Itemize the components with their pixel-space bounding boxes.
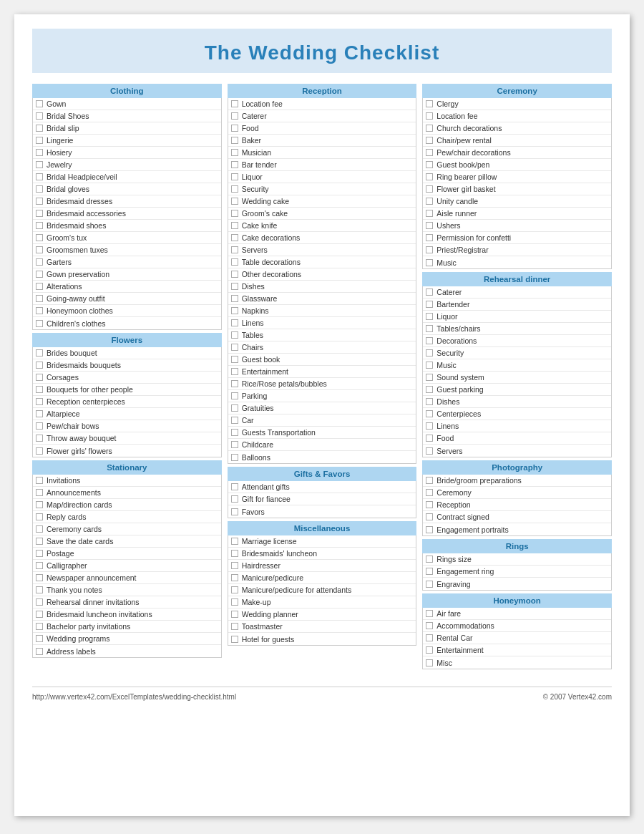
checkbox-icon[interactable] [231, 246, 238, 253]
checkbox-icon[interactable] [36, 598, 43, 606]
checkbox-icon[interactable] [231, 441, 238, 448]
checkbox-icon[interactable] [231, 611, 238, 618]
checkbox-icon[interactable] [426, 447, 433, 455]
checkbox-icon[interactable] [36, 623, 43, 630]
checkbox-icon[interactable] [36, 501, 43, 508]
checkbox-icon[interactable] [426, 477, 433, 484]
checkbox-icon[interactable] [231, 234, 238, 241]
checkbox-icon[interactable] [231, 112, 238, 120]
checkbox-icon[interactable] [426, 161, 433, 168]
checkbox-icon[interactable] [426, 646, 433, 654]
checkbox-icon[interactable] [36, 258, 43, 266]
checkbox-icon[interactable] [231, 495, 238, 503]
checkbox-icon[interactable] [231, 356, 238, 363]
checkbox-icon[interactable] [231, 538, 238, 545]
checkbox-icon[interactable] [36, 234, 43, 241]
checkbox-icon[interactable] [36, 161, 43, 168]
checkbox-icon[interactable] [36, 513, 43, 520]
checkbox-icon[interactable] [231, 368, 238, 375]
checkbox-icon[interactable] [36, 198, 43, 205]
checkbox-icon[interactable] [36, 611, 43, 618]
checkbox-icon[interactable] [36, 137, 43, 144]
checkbox-icon[interactable] [231, 222, 238, 229]
checkbox-icon[interactable] [426, 634, 433, 641]
checkbox-icon[interactable] [36, 562, 43, 569]
checkbox-icon[interactable] [36, 307, 43, 314]
checkbox-icon[interactable] [426, 259, 433, 266]
checkbox-icon[interactable] [36, 222, 43, 229]
checkbox-icon[interactable] [36, 374, 43, 381]
checkbox-icon[interactable] [231, 454, 238, 461]
checkbox-icon[interactable] [36, 149, 43, 156]
checkbox-icon[interactable] [426, 173, 433, 180]
checkbox-icon[interactable] [426, 610, 433, 617]
checkbox-icon[interactable] [36, 447, 43, 455]
checkbox-icon[interactable] [231, 586, 238, 593]
checkbox-icon[interactable] [231, 161, 238, 168]
checkbox-icon[interactable] [36, 435, 43, 442]
checkbox-icon[interactable] [36, 173, 43, 180]
checkbox-icon[interactable] [426, 568, 433, 575]
checkbox-icon[interactable] [231, 319, 238, 326]
checkbox-icon[interactable] [426, 288, 433, 296]
checkbox-icon[interactable] [231, 598, 238, 606]
checkbox-icon[interactable] [426, 422, 433, 430]
checkbox-icon[interactable] [426, 501, 433, 508]
checkbox-icon[interactable] [231, 483, 238, 490]
checkbox-icon[interactable] [231, 636, 238, 643]
checkbox-icon[interactable] [36, 574, 43, 581]
checkbox-icon[interactable] [231, 137, 238, 144]
checkbox-icon[interactable] [231, 380, 238, 387]
checkbox-icon[interactable] [426, 313, 433, 320]
checkbox-icon[interactable] [231, 344, 238, 351]
checkbox-icon[interactable] [231, 417, 238, 424]
checkbox-icon[interactable] [426, 374, 433, 381]
checkbox-icon[interactable] [231, 185, 238, 193]
checkbox-icon[interactable] [426, 100, 433, 107]
checkbox-icon[interactable] [231, 125, 238, 132]
checkbox-icon[interactable] [231, 562, 238, 569]
checkbox-icon[interactable] [426, 556, 433, 563]
checkbox-icon[interactable] [36, 586, 43, 593]
checkbox-icon[interactable] [36, 100, 43, 107]
checkbox-icon[interactable] [426, 185, 433, 193]
checkbox-icon[interactable] [426, 362, 433, 369]
checkbox-icon[interactable] [231, 283, 238, 290]
checkbox-icon[interactable] [231, 307, 238, 314]
checkbox-icon[interactable] [426, 222, 433, 229]
checkbox-icon[interactable] [231, 331, 238, 339]
checkbox-icon[interactable] [231, 550, 238, 557]
checkbox-icon[interactable] [36, 295, 43, 302]
checkbox-icon[interactable] [231, 258, 238, 266]
checkbox-icon[interactable] [426, 435, 433, 442]
checkbox-icon[interactable] [231, 100, 238, 107]
checkbox-icon[interactable] [426, 325, 433, 332]
checkbox-icon[interactable] [36, 477, 43, 484]
checkbox-icon[interactable] [426, 622, 433, 629]
checkbox-icon[interactable] [231, 623, 238, 630]
checkbox-icon[interactable] [36, 635, 43, 642]
checkbox-icon[interactable] [231, 149, 238, 156]
checkbox-icon[interactable] [426, 349, 433, 357]
checkbox-icon[interactable] [231, 508, 238, 515]
checkbox-icon[interactable] [426, 581, 433, 588]
checkbox-icon[interactable] [36, 185, 43, 193]
checkbox-icon[interactable] [36, 271, 43, 278]
checkbox-icon[interactable] [36, 210, 43, 217]
checkbox-icon[interactable] [36, 112, 43, 120]
checkbox-icon[interactable] [36, 550, 43, 557]
checkbox-icon[interactable] [426, 112, 433, 120]
checkbox-icon[interactable] [36, 125, 43, 132]
checkbox-icon[interactable] [36, 648, 43, 655]
checkbox-icon[interactable] [231, 574, 238, 581]
checkbox-icon[interactable] [426, 137, 433, 144]
checkbox-icon[interactable] [36, 525, 43, 533]
checkbox-icon[interactable] [426, 386, 433, 393]
checkbox-icon[interactable] [426, 210, 433, 217]
checkbox-icon[interactable] [36, 538, 43, 545]
checkbox-icon[interactable] [426, 398, 433, 405]
checkbox-icon[interactable] [426, 513, 433, 520]
checkbox-icon[interactable] [231, 392, 238, 399]
checkbox-icon[interactable] [231, 210, 238, 217]
checkbox-icon[interactable] [36, 362, 43, 369]
